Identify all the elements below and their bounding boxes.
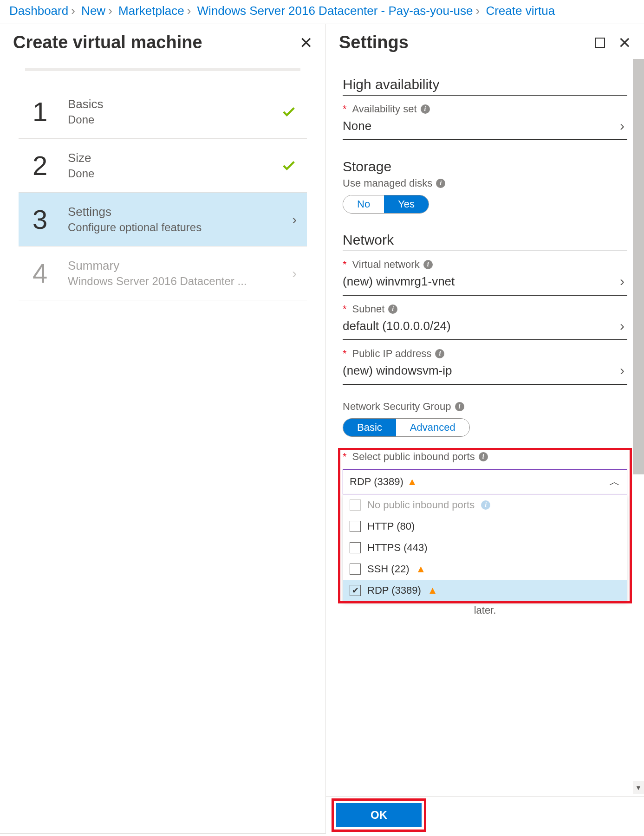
- step-subtitle: Done: [68, 113, 281, 126]
- port-option-https[interactable]: HTTPS (443): [343, 537, 627, 558]
- port-option-rdp[interactable]: ✔ RDP (3389) ▲: [343, 580, 627, 601]
- ok-button[interactable]: OK: [336, 803, 422, 827]
- vnet-value: (new) winvmrg1-vnet: [343, 274, 620, 289]
- wizard-step-basics[interactable]: 1 Basics Done: [19, 85, 307, 139]
- info-icon: i: [481, 500, 490, 510]
- nsg-basic[interactable]: Basic: [343, 419, 396, 436]
- breadcrumb-item[interactable]: Windows Server 2016 Datacenter - Pay-as-…: [197, 4, 473, 18]
- chevron-up-icon: ︿: [609, 474, 620, 489]
- inbound-ports-label: *Select public inbound ports i: [343, 451, 627, 463]
- left-blade-title: Create virtual machine: [13, 32, 299, 52]
- later-text: later.: [343, 604, 627, 616]
- scrollbar-thumb[interactable]: [633, 59, 644, 474]
- settings-body[interactable]: High availability *Availability set i No…: [326, 59, 644, 796]
- public-ip-label: *Public IP address i: [343, 348, 627, 360]
- chevron-right-icon: ›: [292, 266, 297, 281]
- warning-icon: ▲: [428, 584, 438, 596]
- step-subtitle: Windows Server 2016 Datacenter ...: [68, 275, 292, 288]
- port-option-none: No public inbound ports i: [343, 494, 627, 516]
- availability-set-label: *Availability set i: [343, 103, 627, 115]
- warning-icon: ▲: [416, 563, 426, 575]
- breadcrumb-item[interactable]: Dashboard: [9, 4, 68, 18]
- wizard-step-size[interactable]: 2 Size Done: [19, 139, 307, 193]
- step-number: 1: [33, 96, 68, 127]
- nsg-advanced[interactable]: Advanced: [396, 419, 469, 436]
- vnet-selector[interactable]: (new) winvmrg1-vnet ›: [343, 271, 627, 296]
- managed-disks-no[interactable]: No: [343, 195, 384, 213]
- breadcrumb-item[interactable]: New: [81, 4, 105, 18]
- chevron-right-icon: ›: [620, 318, 624, 334]
- step-title: Basics: [68, 97, 281, 111]
- vnet-label: *Virtual network i: [343, 259, 627, 271]
- info-icon[interactable]: i: [435, 349, 444, 358]
- section-storage: Storage: [343, 159, 627, 175]
- step-title: Summary: [68, 259, 292, 273]
- managed-disks-label: Use managed disks i: [343, 177, 627, 189]
- check-icon: [281, 158, 297, 174]
- info-icon[interactable]: i: [455, 402, 464, 411]
- breadcrumb-item[interactable]: Create virtua: [486, 4, 555, 18]
- managed-disks-yes[interactable]: Yes: [384, 195, 429, 213]
- inbound-ports-list: No public inbound ports i HTTP (80) HTTP…: [343, 494, 627, 602]
- chevron-right-icon: ›: [620, 118, 624, 134]
- subnet-value: default (10.0.0.0/24): [343, 319, 620, 333]
- step-number: 3: [33, 204, 68, 235]
- scroll-down-arrow[interactable]: ▼: [633, 781, 644, 794]
- public-ip-selector[interactable]: (new) windowsvm-ip ›: [343, 360, 627, 385]
- checkbox-icon[interactable]: [350, 521, 361, 532]
- breadcrumb: Dashboard› New› Marketplace› Windows Ser…: [0, 0, 644, 24]
- right-blade-title: Settings: [339, 32, 595, 52]
- availability-set-selector[interactable]: None ›: [343, 115, 627, 140]
- availability-set-value: None: [343, 119, 620, 133]
- info-icon[interactable]: i: [388, 305, 397, 314]
- port-option-ssh[interactable]: SSH (22) ▲: [343, 558, 627, 580]
- info-icon[interactable]: i: [421, 104, 430, 114]
- public-ip-value: (new) windowsvm-ip: [343, 363, 620, 378]
- checkbox-icon: [350, 499, 361, 511]
- info-icon[interactable]: i: [479, 452, 488, 461]
- nsg-toggle: Basic Advanced: [343, 418, 470, 437]
- subnet-selector[interactable]: default (10.0.0.0/24) ›: [343, 315, 627, 340]
- wizard-step-summary: 4 Summary Windows Server 2016 Datacenter…: [19, 246, 307, 300]
- check-icon: [281, 104, 297, 120]
- info-icon[interactable]: i: [436, 179, 445, 188]
- chevron-right-icon: ›: [620, 363, 624, 378]
- wizard-step-settings[interactable]: 3 Settings Configure optional features ›: [19, 193, 307, 246]
- close-icon[interactable]: ✕: [299, 35, 312, 51]
- step-title: Size: [68, 151, 281, 165]
- breadcrumb-item[interactable]: Marketplace: [118, 4, 184, 18]
- step-number: 2: [33, 150, 68, 181]
- checkbox-icon[interactable]: ✔: [350, 585, 361, 596]
- checkbox-icon[interactable]: [350, 564, 361, 575]
- step-title: Settings: [68, 205, 292, 219]
- section-network: Network: [343, 232, 627, 248]
- close-icon[interactable]: ✕: [618, 35, 631, 51]
- section-high-availability: High availability: [343, 77, 627, 92]
- chevron-right-icon: ›: [620, 273, 624, 289]
- managed-disks-toggle: No Yes: [343, 195, 429, 214]
- inbound-ports-dropdown[interactable]: RDP (3389) ▲ ︿: [343, 469, 627, 494]
- checkbox-icon[interactable]: [350, 542, 361, 553]
- step-subtitle: Done: [68, 167, 281, 180]
- nsg-label: Network Security Group i: [343, 401, 627, 413]
- subnet-label: *Subnet i: [343, 303, 627, 315]
- port-option-http[interactable]: HTTP (80): [343, 516, 627, 537]
- info-icon[interactable]: i: [423, 260, 433, 269]
- progress-bar: [25, 68, 300, 71]
- maximize-icon[interactable]: [595, 38, 605, 48]
- chevron-right-icon: ›: [292, 212, 297, 227]
- step-number: 4: [33, 258, 68, 289]
- step-subtitle: Configure optional features: [68, 221, 292, 234]
- warning-icon: ▲: [407, 476, 417, 488]
- inbound-ports-selected: RDP (3389): [350, 476, 403, 488]
